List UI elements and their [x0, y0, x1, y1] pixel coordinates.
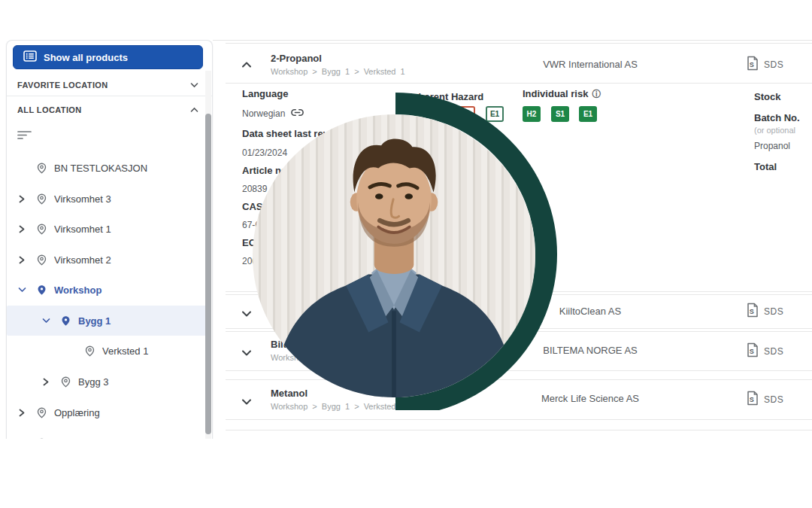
sds-label: SDS — [764, 394, 783, 405]
sidebar-item-bygg-3[interactable]: Bygg 3 — [7, 371, 212, 392]
field-value: 20839 — [242, 184, 267, 194]
app-window: Show all products FAVORITE LOCATION ALL … — [0, 0, 812, 508]
sidebar-item-label: Bygg 1 — [78, 315, 111, 327]
product-list-icon — [23, 50, 37, 64]
sidebar-scrollbar-thumb[interactable] — [205, 114, 211, 434]
individual-risk-title: Individual riskⓘ — [523, 88, 601, 101]
location-sidebar: Show all products FAVORITE LOCATION ALL … — [6, 40, 213, 439]
sds-document-icon: S — [747, 303, 759, 320]
location-pin-icon — [37, 193, 47, 205]
location-pin-icon — [37, 254, 47, 266]
sidebar-item-partial[interactable] — [7, 433, 212, 439]
expand-chevron-down-icon[interactable] — [241, 395, 252, 409]
sds-label: SDS — [764, 59, 783, 70]
sidebar-item-virksomhet-2[interactable]: Virksomhet 2 — [7, 249, 212, 270]
sidebar-item-virksomhet-3[interactable]: Virksomhet 3 — [7, 188, 212, 209]
expand-chevron-down-icon[interactable] — [241, 346, 252, 360]
chevron-up-icon[interactable] — [190, 105, 198, 114]
stock-label: Stock — [754, 91, 780, 102]
supplier-name: VWR International AS — [526, 59, 654, 70]
location-pin-icon — [37, 284, 47, 296]
sidebar-item-label: Opplæring — [54, 407, 100, 418]
location-pin-icon — [37, 224, 47, 235]
sds-button[interactable]: S SDS — [747, 303, 783, 320]
product-name[interactable]: Metanol — [271, 388, 308, 399]
location-pin-icon — [85, 345, 95, 357]
chevron-down-icon[interactable] — [17, 287, 26, 293]
svg-text:S: S — [750, 348, 755, 355]
sidebar-item-bn-testlokasjon[interactable]: BN TESTLOKASJON — [7, 157, 212, 178]
chevron-right-icon[interactable] — [17, 409, 26, 417]
sidebar-item-verksted-1[interactable]: Verksted 1 — [7, 340, 212, 361]
supplier-name: BILTEMA NORGE AS — [526, 345, 654, 356]
chevron-right-icon[interactable] — [17, 256, 26, 264]
svg-text:S: S — [750, 61, 755, 68]
show-all-products-button[interactable]: Show all products — [13, 45, 203, 69]
sidebar-item-virksomhet-1[interactable]: Virksomhet 1 — [7, 218, 212, 239]
risk-badge: S1 — [551, 106, 569, 122]
sds-document-icon: S — [747, 56, 759, 73]
row-divider — [226, 43, 812, 44]
sidebar-item-label: BN TESTLOKASJON — [54, 163, 147, 174]
sidebar-item-opplaering[interactable]: Opplæring — [7, 402, 212, 423]
field-value: 01/23/2024 — [242, 148, 287, 158]
collapse-chevron-up-icon[interactable] — [241, 58, 252, 71]
portrait-person-illustration — [253, 114, 535, 397]
link-icon[interactable] — [291, 108, 304, 119]
total-label: Total — [754, 161, 777, 172]
chevron-right-icon[interactable] — [17, 225, 26, 233]
sidebar-item-label: Virksomhet 2 — [54, 254, 111, 266]
sidebar-item-label: Workshop — [54, 284, 102, 296]
info-icon[interactable]: ⓘ — [592, 89, 601, 99]
sds-document-icon: S — [747, 342, 759, 360]
row-divider — [226, 430, 812, 430]
svg-text:S: S — [750, 396, 755, 403]
sidebar-item-label: Verksted 1 — [102, 345, 148, 357]
product-breadcrumb: Workshop > Bygg 1 > Verksted 1 — [271, 67, 405, 76]
svg-text:S: S — [750, 308, 755, 315]
sidebar-item-workshop[interactable]: Workshop — [7, 279, 212, 300]
risk-badge: H2 — [523, 106, 541, 122]
location-pin-icon — [61, 376, 71, 388]
show-all-products-label: Show all products — [44, 52, 128, 63]
all-location-section[interactable]: ALL LOCATION — [7, 99, 212, 121]
sds-label: SDS — [764, 306, 783, 317]
sds-label: SDS — [764, 346, 783, 357]
favorite-location-label: FAVORITE LOCATION — [17, 81, 108, 90]
all-location-label: ALL LOCATION — [17, 105, 82, 114]
location-pin-icon — [61, 315, 71, 327]
chevron-right-icon[interactable] — [17, 195, 26, 203]
individual-risk-label: Individual risk — [523, 88, 588, 99]
language-value: Norwegian — [242, 108, 285, 119]
batch-no-note: (or optional — [754, 126, 795, 135]
chevron-right-icon[interactable] — [41, 378, 50, 386]
bottom-white-band — [0, 439, 812, 508]
batch-no-value: Propanol — [754, 141, 790, 151]
risk-badge: E1 — [579, 106, 597, 122]
portrait-photo — [253, 114, 535, 397]
main-panel-top-border — [213, 40, 812, 41]
location-pin-icon — [37, 407, 47, 418]
supplier-name: Merck Life Science AS — [526, 393, 654, 404]
row-divider — [226, 379, 812, 380]
sidebar-item-bygg-1[interactable]: Bygg 1 — [7, 310, 212, 331]
sds-button[interactable]: S SDS — [747, 391, 783, 408]
sort-filter-icon[interactable] — [17, 129, 32, 143]
product-name[interactable]: 2-Propanol — [271, 53, 322, 64]
chevron-down-icon[interactable] — [190, 81, 198, 90]
sidebar-item-label: Virksomhet 3 — [54, 193, 111, 205]
product-breadcrumb: Workshop > Bygg 1 > Verksted 1 — [271, 402, 405, 411]
hazard-badge: E1 — [486, 106, 504, 122]
row-divider — [226, 419, 812, 420]
sds-button[interactable]: S SDS — [747, 342, 783, 360]
sidebar-item-label: Virksomhet 1 — [54, 224, 111, 235]
location-pin-icon — [37, 163, 47, 174]
sds-document-icon: S — [747, 391, 759, 408]
field-label: Language — [242, 88, 288, 99]
sds-button[interactable]: S SDS — [747, 56, 783, 73]
chevron-down-icon[interactable] — [41, 318, 50, 324]
field-value: Norwegian — [242, 108, 304, 119]
favorite-location-section[interactable]: FAVORITE LOCATION — [7, 74, 212, 96]
sidebar-item-label: Bygg 3 — [78, 376, 108, 388]
expand-chevron-down-icon[interactable] — [241, 307, 252, 321]
